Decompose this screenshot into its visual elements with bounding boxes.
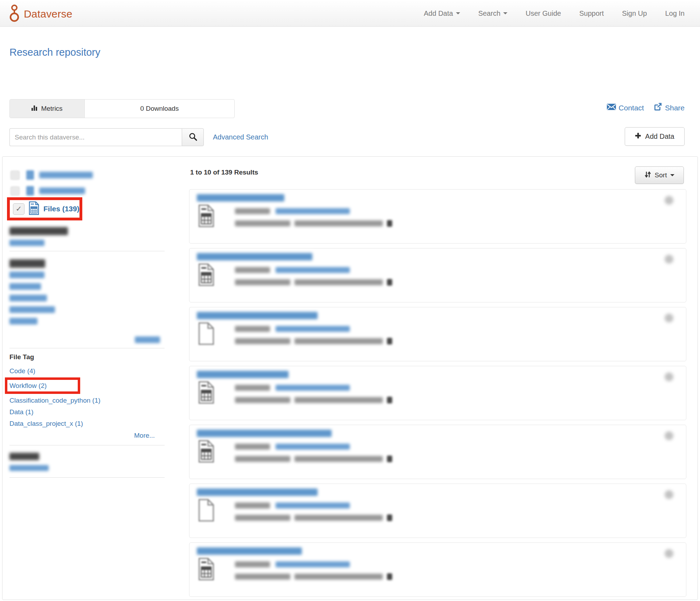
facet-link-blurred[interactable]: [9, 272, 44, 278]
nav-user-guide[interactable]: User Guide: [526, 9, 561, 18]
facet-header-blurred: [9, 259, 45, 268]
result-title-link[interactable]: [197, 194, 284, 202]
result-meta-line2: [235, 514, 392, 521]
result-title-link[interactable]: [197, 547, 302, 555]
nav-sign-up[interactable]: Sign Up: [622, 9, 647, 18]
file-checkbox-blurred[interactable]: [665, 196, 673, 205]
search-icon: [189, 132, 197, 142]
result-card: [189, 307, 686, 361]
result-meta-line2: [235, 220, 392, 227]
result-card: [189, 366, 686, 420]
contact-link[interactable]: Contact: [607, 103, 644, 112]
filetype-text-blurred: [235, 515, 290, 521]
file-checkbox-blurred[interactable]: [665, 549, 673, 558]
dataset-link-blurred[interactable]: [276, 385, 350, 391]
result-card: [189, 248, 686, 302]
facet-datasets-row-blurred[interactable]: [11, 186, 85, 196]
dataset-link-blurred[interactable]: [276, 444, 350, 450]
filetype-text-blurred: [235, 220, 290, 226]
filesize-checksum-blurred: [294, 574, 383, 580]
files-checkbox[interactable]: ✓: [13, 203, 25, 215]
dataset-link-blurred[interactable]: [276, 326, 350, 332]
search-input[interactable]: [9, 128, 182, 146]
checkbox-blurred[interactable]: [11, 171, 20, 180]
add-data-button[interactable]: Add Data: [625, 127, 685, 146]
result-meta-line1: [235, 326, 350, 332]
file-checkbox-blurred[interactable]: [665, 255, 673, 264]
dataset-link-blurred[interactable]: [276, 561, 350, 567]
file-checkbox-blurred[interactable]: [665, 314, 673, 322]
sort-button[interactable]: Sort: [635, 166, 684, 184]
file-thumbnail-tabular[interactable]: [197, 263, 215, 288]
nav-log-in[interactable]: Log In: [665, 9, 685, 18]
facet-link-blurred[interactable]: [9, 283, 41, 290]
dataset-link-blurred[interactable]: [276, 208, 350, 214]
date-blurred: [235, 385, 270, 391]
result-title-link[interactable]: [197, 312, 318, 319]
facet-header-blurred: [9, 453, 39, 460]
share-link[interactable]: Share: [654, 103, 685, 113]
result-meta-line2: [235, 456, 392, 462]
file-checkbox-blurred[interactable]: [665, 431, 673, 440]
advanced-search-link[interactable]: Advanced Search: [213, 133, 268, 141]
facet-link-blurred[interactable]: [39, 187, 85, 194]
file-checkbox-blurred[interactable]: [665, 490, 673, 499]
file-thumbnail-plain[interactable]: [197, 322, 215, 347]
file-checkbox-blurred[interactable]: [665, 373, 673, 381]
result-meta-line2: [235, 279, 392, 286]
facet-link-blurred[interactable]: [39, 172, 93, 178]
facet-tag-data-class-project[interactable]: Data_class_project_x (1): [9, 418, 165, 429]
result-title-link[interactable]: [197, 430, 332, 437]
facet-link-blurred[interactable]: [9, 240, 44, 246]
date-blurred: [235, 444, 270, 450]
metrics-tab[interactable]: Metrics: [10, 100, 85, 118]
lock-icon-blurred: [387, 397, 392, 403]
file-thumbnail-tabular[interactable]: [197, 204, 215, 229]
metrics-label: Metrics: [41, 105, 62, 112]
nav-support[interactable]: Support: [579, 9, 604, 18]
facet-link-blurred[interactable]: [9, 318, 37, 325]
facet-tag-classification[interactable]: Classification_code_python (1): [9, 395, 165, 406]
lock-icon-blurred: [387, 338, 392, 344]
result-meta-line2: [235, 397, 392, 403]
nav-links: Add Data Search User Guide Support Sign …: [406, 0, 685, 27]
nav-search[interactable]: Search: [478, 9, 507, 18]
file-tag-more-link[interactable]: More...: [134, 432, 155, 439]
divider: [9, 251, 165, 251]
facet-dataverses-row-blurred[interactable]: [11, 170, 93, 180]
dataverse-icon-blurred: [26, 170, 34, 180]
facet-link-blurred[interactable]: [9, 295, 47, 301]
dataverse-logo-icon: [8, 4, 20, 24]
facet-tag-code[interactable]: Code (4): [9, 365, 165, 377]
divider: [9, 477, 165, 478]
search-row: Advanced Search: [9, 128, 268, 146]
file-thumbnail-plain[interactable]: [197, 499, 215, 523]
checkbox-blurred[interactable]: [11, 186, 20, 196]
dataset-link-blurred[interactable]: [276, 267, 350, 273]
search-button[interactable]: [182, 128, 204, 146]
lock-icon-blurred: [387, 220, 392, 227]
nav-add-data[interactable]: Add Data: [424, 9, 460, 18]
file-thumbnail-tabular[interactable]: [197, 440, 215, 464]
lock-icon-blurred: [387, 514, 392, 521]
file-thumbnail-tabular[interactable]: [197, 558, 215, 582]
facet-tag-data[interactable]: Data (1): [9, 406, 165, 418]
filetype-text-blurred: [235, 338, 290, 344]
result-title-link[interactable]: [197, 489, 318, 496]
facet-tag-workflow[interactable]: Workflow (2): [9, 380, 78, 391]
result-title-link[interactable]: [197, 253, 312, 260]
facet-link-blurred[interactable]: [9, 306, 55, 313]
more-link-blurred[interactable]: [135, 336, 160, 343]
result-meta-line1: [235, 267, 350, 273]
page-title[interactable]: Research repository: [9, 47, 101, 58]
facet-link-blurred[interactable]: [9, 465, 49, 471]
dataset-link-blurred[interactable]: [276, 503, 350, 508]
brand[interactable]: Dataverse: [8, 4, 72, 24]
file-thumbnail-tabular[interactable]: [197, 381, 215, 405]
result-card: [189, 484, 686, 538]
facet-files-link[interactable]: Files (139): [43, 205, 79, 213]
chevron-down-icon: [670, 174, 674, 176]
dataset-icon-blurred: [26, 186, 34, 196]
result-title-link[interactable]: [197, 371, 289, 378]
lock-icon-blurred: [387, 456, 392, 462]
